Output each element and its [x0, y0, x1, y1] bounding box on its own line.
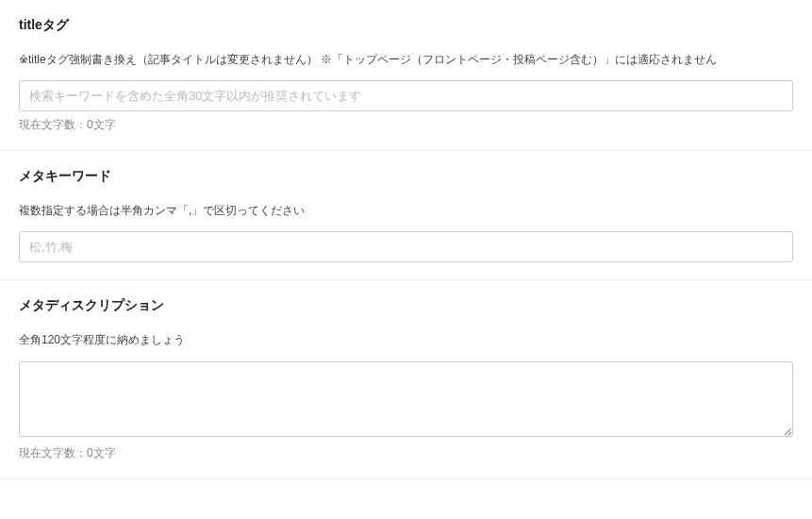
- meta-description-heading: メタディスクリプション: [19, 297, 793, 314]
- meta-keywords-input[interactable]: [19, 231, 793, 262]
- meta-description-char-count: 現在文字数：0文字: [19, 445, 793, 461]
- meta-keywords-heading: メタキーワード: [19, 168, 793, 185]
- title-tag-section: titleタグ ※titleタグ強制書き換え（記事タイトルは変更されません） ※…: [0, 0, 812, 151]
- meta-keywords-section: メタキーワード 複数指定する場合は半角カンマ「,」で区切ってください: [0, 151, 812, 280]
- title-tag-heading: titleタグ: [19, 17, 793, 34]
- title-tag-input[interactable]: [19, 80, 793, 111]
- meta-description-textarea[interactable]: [19, 361, 793, 437]
- meta-description-section: メタディスクリプション 全角120文字程度に納めましょう 現在文字数：0文字: [0, 280, 812, 478]
- title-tag-char-count: 現在文字数：0文字: [19, 117, 793, 133]
- title-tag-description: ※titleタグ強制書き換え（記事タイトルは変更されません） ※「トップページ（…: [19, 51, 793, 69]
- meta-keywords-description: 複数指定する場合は半角カンマ「,」で区切ってください: [19, 202, 793, 220]
- meta-description-description: 全角120文字程度に納めましょう: [19, 331, 793, 349]
